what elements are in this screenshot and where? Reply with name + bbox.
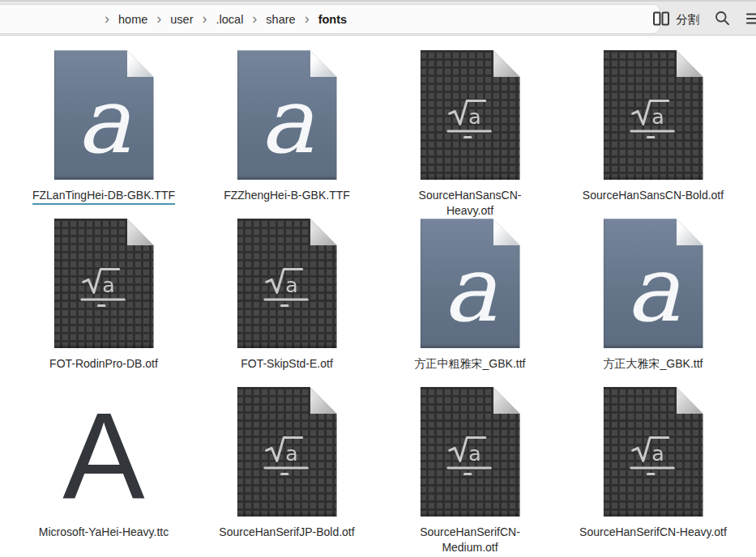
breadcrumb-chevron-icon: ›: [203, 11, 207, 26]
split-view-icon: [652, 11, 670, 29]
svg-text:a: a: [651, 443, 664, 466]
breadcrumb-chevron-icon: ›: [156, 11, 161, 26]
otf-file-icon: a: [604, 50, 703, 180]
split-view-button[interactable]: 分割: [651, 7, 701, 32]
split-view-label: 分割: [676, 12, 699, 28]
page-fold-icon: [677, 387, 703, 414]
menu-button[interactable]: [744, 7, 756, 32]
otf-file-icon: a: [604, 387, 703, 517]
file-name: SourceHanSerifJP-Bold.otf: [219, 525, 354, 540]
menu-icon: [745, 11, 756, 29]
file-icon-box: a: [378, 219, 562, 348]
file-name: 方正大雅宋_GBK.ttf: [604, 356, 703, 372]
breadcrumb-item[interactable]: user: [170, 13, 193, 26]
file-name: SourceHanSansCN-Bold.otf: [583, 188, 724, 203]
svg-text:a: a: [468, 106, 481, 130]
file-icon-box: a: [378, 387, 562, 517]
breadcrumb-chevron-icon: ›: [252, 11, 257, 26]
letter-a-glyph-icon: a: [237, 50, 337, 180]
file-icon-box: a: [12, 219, 195, 348]
file-item[interactable]: a FOT-SkipStd-E.otf: [195, 219, 378, 387]
sqrt-a-glyph-icon: a: [446, 430, 494, 478]
page-fold-icon: [493, 50, 520, 77]
search-button[interactable]: [712, 6, 733, 32]
file-grid: a FZLanTingHei-DB-GBK.TTF a FZZhengHei-B…: [12, 50, 756, 555]
file-icon-box: A: [12, 387, 195, 517]
toolbar: ›home›user›.local›share›fonts 分割: [0, 0, 756, 36]
page-fold-icon: [493, 387, 520, 414]
sqrt-a-glyph-icon: a: [79, 261, 128, 310]
page-fold-icon: [677, 50, 703, 77]
ttf-file-icon: a: [604, 219, 703, 348]
file-name: SourceHanSerifCN-Heavy.otf: [579, 525, 727, 540]
path-bar: ›home›user›.local›share›fonts: [0, 4, 660, 34]
file-icon-box: a: [195, 50, 378, 180]
sqrt-a-glyph-icon: a: [263, 261, 311, 310]
breadcrumb-item[interactable]: .local: [216, 13, 244, 26]
ttf-file-icon: a: [421, 219, 520, 348]
file-name: SourceHanSerifCN-Medium.otf: [395, 525, 545, 555]
file-item[interactable]: a SourceHanSerifJP-Bold.otf: [195, 387, 378, 555]
font-preview-thumbnail: A: [12, 387, 195, 517]
letter-a-glyph-icon: a: [421, 219, 520, 348]
ttf-file-icon: a: [237, 50, 337, 180]
file-icon-box: a: [195, 387, 378, 517]
letter-a-glyph-icon: a: [54, 50, 154, 180]
page-fold-icon: [127, 219, 154, 245]
breadcrumb: ›home›user›.local›share›fonts: [0, 12, 347, 27]
file-icon-box: a: [562, 219, 745, 348]
sqrt-a-glyph-icon: a: [263, 430, 311, 478]
page-fold-icon: [310, 387, 337, 414]
svg-text:a: a: [102, 274, 115, 298]
file-item[interactable]: a SourceHanSansCN-Bold.otf: [562, 50, 745, 219]
file-item[interactable]: a 方正大雅宋_GBK.ttf: [562, 219, 745, 387]
file-item[interactable]: a FZLanTingHei-DB-GBK.TTF: [12, 50, 195, 219]
file-icon-box: a: [378, 50, 562, 180]
file-icon-box: a: [562, 387, 745, 517]
breadcrumb-item[interactable]: share: [266, 13, 295, 26]
page-fold-icon: [310, 219, 337, 245]
breadcrumb-item[interactable]: fonts: [318, 13, 347, 26]
search-icon: [714, 10, 731, 29]
sqrt-a-glyph-icon: a: [629, 93, 677, 142]
ttf-file-icon: a: [54, 50, 154, 180]
breadcrumb-chevron-icon: ›: [305, 11, 310, 26]
breadcrumb-chevron-icon: ›: [105, 11, 109, 26]
file-name: FZZhengHei-B-GBK.TTF: [224, 188, 350, 203]
file-item[interactable]: a FOT-RodinPro-DB.otf: [12, 219, 195, 387]
file-item[interactable]: a SourceHanSerifCN-Medium.otf: [378, 387, 562, 555]
file-icon-box: a: [562, 50, 745, 180]
file-item[interactable]: a FZZhengHei-B-GBK.TTF: [195, 50, 378, 219]
otf-file-icon: a: [421, 50, 520, 180]
file-name: FOT-SkipStd-E.otf: [241, 356, 333, 372]
breadcrumb-item[interactable]: home: [118, 13, 147, 26]
svg-text:a: a: [285, 274, 298, 298]
file-item[interactable]: a SourceHanSansCN-Heavy.otf: [378, 50, 562, 219]
svg-text:a: a: [651, 106, 664, 130]
file-name: Microsoft-YaHei-Heavy.ttc: [39, 525, 169, 540]
otf-file-icon: a: [421, 387, 520, 517]
file-item[interactable]: A Microsoft-YaHei-Heavy.ttc: [12, 387, 195, 555]
svg-text:a: a: [285, 443, 298, 466]
sqrt-a-glyph-icon: a: [629, 430, 677, 478]
file-name: FZLanTingHei-DB-GBK.TTF: [32, 188, 175, 205]
sqrt-a-glyph-icon: a: [446, 93, 494, 142]
file-name: FOT-RodinPro-DB.otf: [49, 356, 158, 372]
file-name: SourceHanSansCN-Heavy.otf: [395, 188, 545, 219]
otf-file-icon: a: [54, 219, 154, 348]
file-item[interactable]: a SourceHanSerifCN-Heavy.otf: [562, 387, 745, 555]
content-area: a FZLanTingHei-DB-GBK.TTF a FZZhengHei-B…: [0, 36, 756, 555]
file-icon-box: a: [12, 50, 195, 180]
file-name: 方正中粗雅宋_GBK.ttf: [415, 356, 526, 372]
file-icon-box: a: [195, 219, 378, 348]
toolbar-actions: 分割: [651, 2, 756, 36]
letter-a-glyph-icon: a: [604, 219, 703, 348]
otf-file-icon: a: [237, 219, 337, 348]
file-item[interactable]: a 方正中粗雅宋_GBK.ttf: [378, 219, 562, 387]
svg-text:a: a: [468, 443, 481, 466]
otf-file-icon: a: [237, 387, 337, 517]
